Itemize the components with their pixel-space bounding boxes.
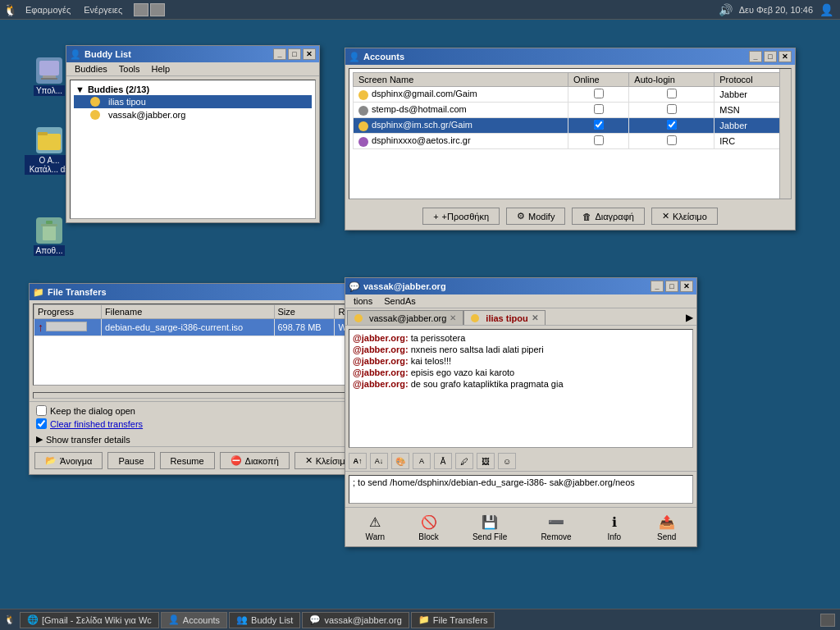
msg-text-5: de sou grafo katapliktika pragmata gia	[411, 379, 564, 389]
ft-keep-checkbox[interactable]	[36, 405, 47, 416]
ft-stop-button[interactable]: ⛔ Διακοπή	[220, 452, 290, 469]
quick-launch-2[interactable]	[150, 3, 165, 16]
format-link[interactable]: 🖊	[455, 453, 473, 469]
ft-pause-button[interactable]: Pause	[107, 452, 154, 469]
ft-open-button[interactable]: 📂 Άνοιγμα	[34, 452, 103, 469]
format-font[interactable]: A	[413, 453, 431, 469]
chat-minimize[interactable]: _	[651, 281, 664, 292]
account-autologin-3[interactable]	[629, 118, 714, 134]
taskbar-buddylist[interactable]: 👥 Buddy List	[229, 612, 300, 628]
account-autologin-1[interactable]	[629, 87, 714, 103]
taskbar-bottom: 🐧 🌐 [Gmail - Σελίδα Wiki για Wc 👤 Accoun…	[0, 609, 840, 630]
tabs-arrow[interactable]: ▶	[684, 310, 695, 325]
start-button[interactable]: 🐧	[2, 614, 18, 625]
chat-tab-ilias[interactable]: ilias tipou ✕	[463, 310, 545, 325]
buddy-list-minimize[interactable]: _	[273, 48, 286, 60]
sendfile-label: Send File	[472, 532, 507, 541]
chat-tab-vassak[interactable]: vassak@jabber.org ✕	[347, 310, 463, 325]
help-menu[interactable]: Help	[146, 63, 175, 75]
account-row-3[interactable]: dsphinx@im.sch.gr/Gaim Jabber	[354, 118, 788, 134]
desktop-icon-label: Υπολ...	[34, 85, 65, 96]
delete-account-button[interactable]: 🗑 Διαγραφή	[572, 208, 645, 225]
send-label: Send	[657, 532, 676, 541]
add-account-button[interactable]: + +Προσθήκη	[422, 208, 500, 225]
accounts-taskbar-label: Accounts	[183, 615, 220, 625]
accounts-buttons: + +Προσθήκη ⚙ Modify 🗑 Διαγραφή ✕ Κλείσι…	[345, 203, 795, 230]
buddy-list-window: 👤 Buddy List _ □ ✕ Buddies Tools Help ▼ …	[66, 45, 320, 223]
format-bold[interactable]: A↑	[349, 453, 367, 469]
ft-clear-checkbox[interactable]	[36, 418, 47, 429]
quick-launch-1[interactable]	[134, 3, 148, 16]
account-row-4[interactable]: dsphinxxxo@aetos.irc.gr IRC	[354, 134, 788, 149]
buddy-item-ilias[interactable]: ilias tipou	[74, 95, 312, 108]
accounts-table: Screen Name Online Auto-login Protocol d…	[353, 72, 788, 149]
accounts-scrollbar[interactable]	[779, 69, 791, 199]
tools-menu[interactable]: Tools	[114, 63, 145, 75]
ft-size-1: 698.78 MB	[274, 319, 335, 336]
chat-warn-action[interactable]: ⚠ Warn	[361, 511, 390, 543]
account-autologin-4[interactable]	[629, 134, 714, 149]
account-autologin-2[interactable]	[629, 103, 714, 118]
chat-msg-3: @jabber.org: kai telos!!!	[353, 356, 689, 366]
svg-rect-2	[41, 78, 57, 80]
menu-applications[interactable]: Εφαρμογές	[21, 3, 75, 16]
format-emoji[interactable]: ☺	[498, 453, 516, 469]
trash-icon	[36, 217, 62, 244]
buddy-item-vassak[interactable]: vassak@jabber.org	[74, 108, 312, 121]
account-online-3[interactable]	[568, 118, 628, 134]
ft-resume-button[interactable]: Resume	[160, 452, 215, 469]
chat-info-action[interactable]: ℹ Info	[600, 511, 628, 543]
chat-remove-action[interactable]: ➖ Remove	[536, 511, 576, 543]
account-online-1[interactable]	[568, 87, 628, 103]
col-online: Online	[568, 73, 628, 87]
taskbar-accounts[interactable]: 👤 Accounts	[161, 612, 227, 628]
buddies-menu[interactable]: Buddies	[70, 63, 112, 75]
taskbar-gmail[interactable]: 🌐 [Gmail - Σελίδα Wiki για Wc	[20, 612, 159, 628]
format-small[interactable]: A↓	[370, 453, 388, 469]
format-color[interactable]: 🎨	[391, 453, 409, 469]
chat-sendfile-action[interactable]: 💾 Send File	[468, 511, 512, 543]
account-name-1: dsphinx@gmail.com/Gaim	[354, 87, 568, 103]
tab-close-ilias[interactable]: ✕	[532, 313, 538, 322]
account-online-4[interactable]	[568, 134, 628, 149]
account-protocol-4: IRC	[714, 134, 788, 149]
accounts-minimize[interactable]: _	[749, 51, 762, 62]
account-row-1[interactable]: dsphinx@gmail.com/Gaim Jabber	[354, 87, 788, 103]
buddy-group-buddies[interactable]: ▼ Buddies (2/13)	[74, 84, 312, 95]
modify-icon: ⚙	[517, 211, 525, 221]
menu-actions[interactable]: Ενέργειες	[79, 3, 127, 16]
desktop-icon-trash[interactable]: Αποθ...	[25, 217, 74, 256]
chat-maximize[interactable]: □	[665, 281, 678, 292]
accounts-taskbar-icon: 👤	[168, 614, 180, 625]
msg-sender-5: @jabber.org:	[353, 379, 409, 389]
accounts-maximize[interactable]: □	[764, 51, 777, 62]
tab-close-vassak[interactable]: ✕	[450, 313, 456, 322]
taskbar-filetransfers[interactable]: 📁 File Transfers	[411, 612, 495, 628]
chat-msg-2: @jabber.org: nxneis nero saltsa ladi ala…	[353, 345, 689, 354]
ft-col-filename: Filename	[102, 305, 274, 319]
account-online-2[interactable]	[568, 103, 628, 118]
accounts-title-icon: 👤	[349, 52, 360, 62]
ft-clear-label[interactable]: Clear finished transfers	[50, 419, 143, 429]
group-triangle: ▼	[75, 84, 84, 94]
close-accounts-button[interactable]: ✕ Κλείσιμο	[651, 208, 718, 225]
taskbar-chat[interactable]: 💬 vassak@jabber.org	[302, 612, 409, 628]
accounts-close[interactable]: ✕	[778, 51, 792, 62]
chat-menu-tions[interactable]: tions	[349, 295, 377, 307]
buddy-list-close[interactable]: ✕	[303, 48, 316, 60]
chat-close[interactable]: ✕	[680, 281, 693, 292]
account-row-2[interactable]: stemp-ds@hotmail.com MSN	[354, 103, 788, 118]
buddy-list-maximize[interactable]: □	[288, 48, 301, 60]
chat-menu-sendas[interactable]: SendAs	[379, 295, 421, 307]
svg-rect-3	[38, 134, 61, 150]
clock: Δευ Φεβ 20, 10:46	[739, 5, 813, 15]
format-bg-color[interactable]: Ā	[434, 453, 452, 469]
buddy-list-title-left: 👤 Buddy List	[70, 49, 131, 60]
gmail-icon: 🌐	[27, 614, 39, 625]
chat-send-action[interactable]: 📤 Send	[652, 511, 681, 543]
chat-block-action[interactable]: 🚫 Block	[413, 511, 443, 543]
chat-input[interactable]: ; to send /home/dsphinx/debian-edu_sarge…	[349, 475, 693, 504]
modify-account-button[interactable]: ⚙ Modify	[506, 208, 565, 225]
format-image[interactable]: 🖼	[477, 453, 495, 469]
taskbar-right-icon[interactable]	[820, 614, 835, 627]
